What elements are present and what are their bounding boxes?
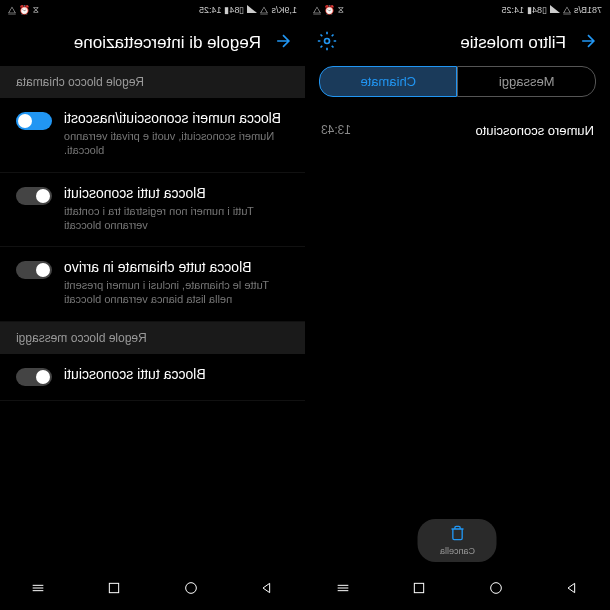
- signal-icon: [550, 5, 560, 15]
- tab-calls[interactable]: Chiamate: [319, 66, 458, 97]
- nav-back-icon[interactable]: [564, 580, 580, 600]
- nav-bar: [305, 570, 610, 610]
- toggle-switch[interactable]: [16, 112, 52, 130]
- delete-button[interactable]: Cancella: [418, 519, 497, 562]
- gear-icon[interactable]: [317, 31, 337, 55]
- section-header-calls: Regole blocco chiamata: [0, 66, 305, 98]
- status-bar: 781B/s ⧋ ▯84▮ 14:25 ⧖ ⏰ ⧋: [305, 0, 610, 20]
- row-block-all-incoming[interactable]: Blocca tutte chiamate in arrivo Tutte le…: [0, 247, 305, 322]
- delete-label: Cancella: [440, 546, 475, 556]
- row-sub: Numeri sconosciuti, vuoti e privati verr…: [64, 129, 289, 158]
- signal-icon: [247, 5, 257, 15]
- nav-home-icon[interactable]: [183, 580, 199, 600]
- toggle-switch[interactable]: [16, 261, 52, 279]
- entry-time: 13:43: [321, 123, 351, 138]
- status-time: 14:25: [501, 5, 524, 15]
- section-header-messages: Regole blocco messaggi: [0, 322, 305, 354]
- back-icon[interactable]: [578, 31, 598, 55]
- row-block-unknown-msgs[interactable]: Blocca tutti sconosciuti: [0, 354, 305, 401]
- phone-left: 781B/s ⧋ ▯84▮ 14:25 ⧖ ⏰ ⧋ Filtro molesti…: [305, 0, 610, 610]
- svg-point-3: [185, 583, 196, 594]
- page-title: Filtro molestie: [337, 33, 566, 53]
- row-title: Blocca numeri sconosciuti/nascosti: [64, 110, 289, 126]
- alarm-icon: ⏰: [324, 5, 335, 15]
- row-title: Blocca tutte chiamate in arrivo: [64, 259, 289, 275]
- tabs: Messaggi Chiamate: [305, 66, 610, 109]
- header: Regole di intercettazione: [0, 20, 305, 66]
- nav-back-icon[interactable]: [259, 580, 275, 600]
- signal-icon: ⧋: [8, 5, 16, 16]
- battery-icon: ▯84▮: [224, 5, 244, 15]
- page-title: Regole di intercettazione: [12, 33, 261, 53]
- row-sub: Tutti i numeri non registrati tra i cont…: [64, 204, 289, 233]
- bt-icon: ⧖: [338, 5, 344, 16]
- nav-menu-icon[interactable]: [30, 580, 46, 600]
- list-item[interactable]: Numero sconosciuto 13:43: [305, 109, 610, 152]
- row-sub: Tutte le chiamate, inclusi i numeri pres…: [64, 278, 289, 307]
- trash-icon: [450, 525, 466, 545]
- wifi-icon: ⧋: [260, 5, 268, 16]
- svg-point-0: [325, 39, 330, 44]
- alarm-icon: ⏰: [19, 5, 30, 15]
- status-speed: 781B/s: [574, 5, 602, 15]
- svg-rect-4: [110, 583, 119, 592]
- toggle-switch[interactable]: [16, 187, 52, 205]
- toggle-switch[interactable]: [16, 368, 52, 386]
- wifi-icon: ⧋: [563, 5, 571, 16]
- nav-recent-icon[interactable]: [106, 580, 122, 600]
- row-block-all-unknown[interactable]: Blocca tutti sconosciuti Tutti i numeri …: [0, 173, 305, 248]
- entry-label: Numero sconosciuto: [476, 123, 595, 138]
- battery-icon: ▯84▮: [527, 5, 547, 15]
- signal-icon: ⧋: [313, 5, 321, 16]
- nav-bar: [0, 570, 305, 610]
- phone-right: 1,9K/s ⧋ ▯84▮ 14:25 ⧖ ⏰ ⧋ Regole di inte…: [0, 0, 305, 610]
- svg-point-1: [490, 583, 501, 594]
- bt-icon: ⧖: [33, 5, 39, 16]
- tab-messages[interactable]: Messaggi: [458, 66, 597, 97]
- status-bar: 1,9K/s ⧋ ▯84▮ 14:25 ⧖ ⏰ ⧋: [0, 0, 305, 20]
- row-title: Blocca tutti sconosciuti: [64, 366, 289, 382]
- nav-menu-icon[interactable]: [335, 580, 351, 600]
- header: Filtro molestie: [305, 20, 610, 66]
- nav-recent-icon[interactable]: [411, 580, 427, 600]
- back-icon[interactable]: [273, 31, 293, 55]
- status-time: 14:25: [199, 5, 222, 15]
- status-speed: 1,9K/s: [271, 5, 297, 15]
- row-title: Blocca tutti sconosciuti: [64, 185, 289, 201]
- row-block-unknown-hidden[interactable]: Blocca numeri sconosciuti/nascosti Numer…: [0, 98, 305, 173]
- nav-home-icon[interactable]: [488, 580, 504, 600]
- svg-rect-2: [415, 583, 424, 592]
